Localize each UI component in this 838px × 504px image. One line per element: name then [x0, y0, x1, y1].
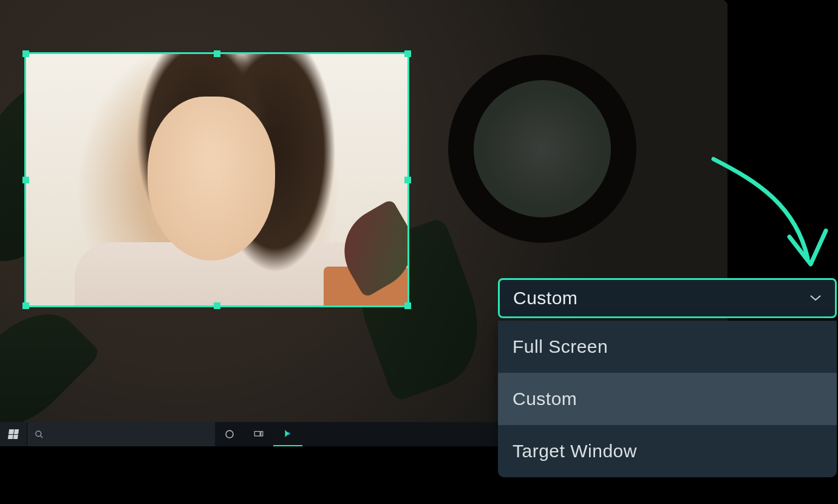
capture-mode-selected-label: Custom	[513, 288, 577, 308]
capture-region-selection[interactable]	[24, 52, 409, 307]
resize-handle-top-left[interactable]	[22, 50, 29, 57]
filmora-taskbar-button[interactable]	[273, 422, 302, 446]
capture-mode-option-custom[interactable]: Custom	[498, 373, 837, 425]
capture-mode-options-list: Full Screen Custom Target Window	[498, 321, 837, 477]
windows-logo-icon	[8, 429, 19, 439]
option-label: Target Window	[513, 441, 637, 461]
option-label: Custom	[513, 389, 577, 409]
resize-handle-top-right[interactable]	[404, 50, 411, 57]
svg-line-1	[40, 435, 43, 438]
task-view-icon	[253, 429, 264, 440]
svg-rect-4	[261, 432, 263, 437]
resize-handle-top-middle[interactable]	[214, 50, 220, 57]
resize-handle-middle-right[interactable]	[404, 177, 411, 183]
cortana-circle-icon	[224, 429, 235, 440]
capture-mode-select[interactable]: Custom	[498, 278, 837, 318]
resize-handle-bottom-middle[interactable]	[214, 302, 220, 309]
start-button[interactable]	[0, 422, 27, 446]
resize-handle-bottom-right[interactable]	[404, 302, 411, 309]
taskbar-tray	[215, 422, 302, 446]
search-icon	[35, 430, 44, 439]
svg-rect-3	[254, 432, 260, 437]
task-view-button[interactable]	[244, 422, 273, 446]
capture-mode-dropdown: Custom Full Screen Custom Target Window	[498, 278, 837, 477]
background-prop-ring-light	[448, 55, 636, 243]
cortana-button[interactable]	[215, 422, 244, 446]
capture-mode-option-target-window[interactable]: Target Window	[498, 425, 837, 477]
filmora-app-icon	[282, 428, 293, 439]
option-label: Full Screen	[513, 336, 608, 357]
capture-mode-option-full-screen[interactable]: Full Screen	[498, 321, 837, 373]
chevron-down-icon	[809, 292, 822, 305]
svg-point-2	[226, 431, 233, 438]
resize-handle-middle-left[interactable]	[22, 177, 29, 183]
svg-point-0	[36, 431, 41, 436]
subject-face	[148, 97, 275, 261]
taskbar-search[interactable]	[27, 422, 215, 446]
resize-handle-bottom-left[interactable]	[22, 302, 29, 309]
capture-region-content	[26, 54, 407, 305]
